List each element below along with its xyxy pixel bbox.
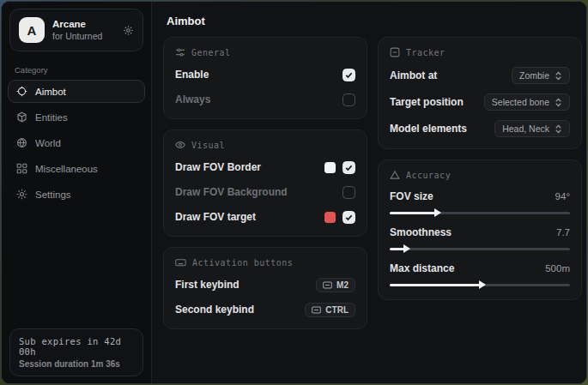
chevrons-up-down-icon	[555, 98, 562, 107]
gear-icon[interactable]	[123, 25, 134, 36]
sidebar-nav: Aimbot Entities World	[2, 78, 151, 208]
sidebar-spacer	[2, 208, 151, 328]
activation-header: Activation buttons	[175, 257, 355, 268]
fov-background-row: Draw FOV Background	[175, 184, 355, 200]
always-checkbox[interactable]	[342, 93, 355, 106]
brand-card: A Arcane for Unturned	[9, 9, 143, 51]
app-name: Arcane	[52, 18, 115, 30]
keybind-value: CTRL	[325, 305, 349, 315]
slider-track	[390, 248, 570, 250]
accuracy-header: Accuracy	[390, 170, 570, 180]
enable-row: Enable	[175, 67, 355, 82]
brand-text: Arcane for Unturned	[52, 18, 115, 42]
section-title: Accuracy	[406, 171, 451, 180]
tracker-card: Tracker Aimbot at Zombie	[378, 37, 582, 149]
category-label: Category	[15, 65, 138, 75]
page-title: Aimbot	[152, 2, 587, 35]
section-title: General	[191, 48, 231, 57]
always-row: Always	[175, 92, 355, 107]
right-column: Tracker Aimbot at Zombie	[378, 37, 582, 300]
slider-fill	[390, 284, 480, 286]
left-column: General Enable Always	[163, 37, 367, 329]
first-keybind-row: First keybind M2	[175, 277, 355, 292]
target-position-label: Target position	[390, 96, 464, 108]
smoothness-value: 7.7	[556, 227, 570, 238]
slider-thumb[interactable]	[434, 208, 441, 217]
aimbot-at-row: Aimbot at Zombie	[390, 67, 570, 84]
subscription-card: Sub expires in 42d 00h Session duration …	[9, 328, 143, 376]
selected-value: Zombie	[519, 70, 549, 81]
enable-checkbox[interactable]	[342, 69, 355, 81]
fov-target-label: Draw FOV target	[175, 211, 256, 223]
sidebar-item-label: Miscellaneous	[35, 164, 98, 174]
selected-value: Selected bone	[492, 97, 549, 107]
app-logo: A	[19, 17, 45, 43]
activation-card: Activation buttons First keybind M2	[163, 247, 367, 329]
model-elements-select[interactable]: Head, Neck	[494, 120, 570, 137]
crosshair-icon	[16, 86, 27, 97]
fov-size-group: FOV size 94°	[390, 190, 570, 216]
max-distance-group: Max distance 500m	[390, 262, 570, 288]
slider-fill	[390, 248, 404, 250]
fov-background-checkbox[interactable]	[342, 186, 355, 199]
section-title: Visual	[191, 141, 225, 150]
sidebar-item-label: World	[35, 138, 61, 148]
target-position-row: Target position Selected bone	[390, 93, 570, 111]
smoothness-group: Smoothness 7.7	[390, 226, 570, 252]
sidebar-item-miscellaneous[interactable]: Miscellaneous	[8, 157, 145, 180]
chevrons-up-down-icon	[555, 71, 562, 81]
sidebar-item-world[interactable]: World	[8, 131, 145, 154]
fov-size-value: 94°	[555, 191, 570, 202]
section-title: Tracker	[406, 48, 446, 57]
slider-thumb[interactable]	[403, 244, 410, 253]
section-title: Activation buttons	[192, 258, 293, 268]
smoothness-label: Smoothness	[390, 226, 452, 238]
fov-border-color-swatch[interactable]	[324, 162, 336, 173]
triangle-icon	[390, 170, 400, 180]
keyboard-icon	[312, 306, 321, 314]
aimbot-at-select[interactable]: Zombie	[512, 67, 570, 84]
fov-border-label: Draw FOV Border	[175, 161, 261, 173]
accuracy-card: Accuracy FOV size 94°	[378, 159, 582, 300]
session-duration: Session duration 1m 36s	[19, 359, 134, 369]
first-keybind-label: First keybind	[175, 279, 239, 291]
keyboard-icon	[323, 281, 332, 289]
keyboard-icon	[175, 257, 186, 268]
fov-target-color-swatch[interactable]	[324, 212, 336, 223]
max-distance-slider[interactable]	[390, 281, 570, 288]
sliders-icon	[175, 47, 185, 57]
second-keybind-row: Second keybind CTRL	[175, 302, 355, 317]
smoothness-slider[interactable]	[390, 245, 570, 252]
keybind-value: M2	[336, 280, 349, 290]
second-keybind-button[interactable]: CTRL	[305, 303, 355, 317]
cube-icon	[16, 111, 27, 123]
sidebar: A Arcane for Unturned Category A	[2, 2, 152, 383]
enable-label: Enable	[175, 69, 209, 81]
target-position-select[interactable]: Selected bone	[484, 93, 570, 111]
fov-target-row: Draw FOV target	[175, 209, 355, 225]
globe-icon	[16, 137, 27, 148]
max-distance-value: 500m	[545, 263, 570, 274]
slider-thumb[interactable]	[479, 280, 486, 289]
first-keybind-button[interactable]: M2	[316, 278, 355, 292]
slider-fill	[390, 212, 435, 214]
sidebar-item-entities[interactable]: Entities	[8, 105, 145, 129]
visual-card: Visual Draw FOV Border Draw FOV Backgrou…	[163, 129, 367, 237]
sidebar-item-label: Aimbot	[35, 87, 66, 97]
model-elements-row: Model elements Head, Neck	[390, 120, 570, 137]
fov-border-checkbox[interactable]	[342, 161, 355, 174]
sidebar-item-aimbot[interactable]: Aimbot	[8, 80, 145, 103]
sidebar-item-settings[interactable]: Settings	[8, 183, 145, 206]
fov-size-slider[interactable]	[390, 209, 570, 216]
always-label: Always	[175, 93, 210, 105]
fov-size-label: FOV size	[390, 190, 433, 202]
fov-target-checkbox[interactable]	[342, 211, 355, 224]
app-window: A Arcane for Unturned Category A	[1, 1, 587, 384]
box-minus-icon	[390, 47, 400, 57]
selected-value: Head, Neck	[502, 123, 549, 134]
eye-icon	[175, 140, 185, 150]
sidebar-item-label: Settings	[35, 189, 71, 200]
general-card: General Enable Always	[163, 37, 367, 119]
aimbot-at-label: Aimbot at	[390, 69, 437, 81]
main-panel: Aimbot General Enable	[152, 2, 587, 383]
